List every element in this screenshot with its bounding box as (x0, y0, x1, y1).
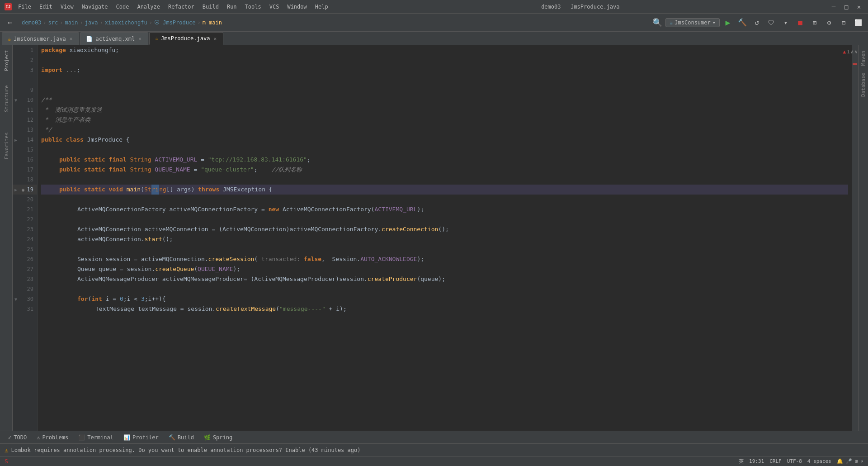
search-everywhere-button[interactable]: 🔍 (651, 16, 664, 29)
tab-bar: ☕ JmsConsumer.java ✕ 📄 activemq.xml ✕ ☕ … (0, 32, 868, 45)
tab-icon-activemq: 📄 (86, 36, 93, 42)
menu-help[interactable]: Help (311, 3, 332, 11)
menu-vcs[interactable]: VCS (266, 3, 283, 11)
problems-tab[interactable]: ⚠ Problems (32, 432, 73, 443)
menu-analyze[interactable]: Analyze (133, 3, 164, 11)
close-button[interactable]: ✕ (854, 2, 863, 11)
settings-button[interactable]: ⚙ (823, 16, 835, 29)
minimize-button[interactable]: ─ (829, 2, 838, 11)
error-count: ▲ (843, 49, 846, 55)
maven-panel-tab[interactable]: Maven (859, 47, 867, 69)
code-line-27: Queue queue = session.createQueue(QUEUE_… (41, 264, 848, 274)
code-editor[interactable]: package xiaoxichongfu; import ...; /** (38, 45, 852, 431)
breadcrumb-sep-1: › (43, 19, 46, 26)
time-display: 19:31 (749, 458, 764, 464)
code-line-16: public static final String ACTIVEMQ_URL … (41, 155, 848, 165)
todo-tab[interactable]: ✓ TODO (4, 432, 31, 443)
code-line-17: public static final String QUEUE_NAME = … (41, 165, 848, 175)
warning-icon: ⚠ (5, 447, 8, 454)
code-line-10: /** (41, 95, 848, 105)
tab-jmsconsumer[interactable]: ☕ JmsConsumer.java ✕ (2, 32, 79, 45)
menu-code[interactable]: Code (113, 3, 133, 11)
code-line-3: import ...; (41, 65, 848, 75)
language-icon[interactable]: 英 (739, 458, 744, 465)
tab-jmsproduce[interactable]: ☕ JmsProduce.java ✕ (149, 32, 223, 45)
code-line-13: */ (41, 125, 848, 135)
gutter-line-13: 13 (13, 125, 37, 135)
breadcrumb-project[interactable]: demo03 (22, 19, 41, 26)
code-line-23: ActiveMQConnection activeMQConnection = … (41, 224, 848, 234)
encoding-display[interactable]: UTF-8 (787, 458, 802, 464)
coverage-button[interactable]: 🛡 (765, 16, 778, 29)
tab-label-activemq: activemq.xml (95, 36, 135, 42)
code-container[interactable]: 1 2 3 9 ▼10 11 12 13 ▶14 15 16 17 18 ▶◉1… (13, 45, 858, 431)
maximize-button[interactable]: □ (842, 2, 851, 11)
menu-refactor[interactable]: Refactor (165, 3, 198, 11)
breadcrumb-package[interactable]: xiaoxichongfu (105, 19, 147, 26)
bell-icon[interactable]: 🔔 (837, 458, 843, 464)
error-nav-down[interactable]: ∨ (854, 49, 858, 55)
breadcrumb-sep-5: › (149, 19, 152, 26)
breadcrumb-class[interactable]: ⦿ JmsProduce (154, 19, 195, 26)
profiler-tab[interactable]: 📊 Profiler (119, 432, 163, 443)
run-config-selector[interactable]: ☕ JmsConsumer ▾ (665, 18, 720, 27)
microphone-icon[interactable]: 🎤 (846, 458, 852, 464)
code-line-21: ActiveMQConnectionFactory activeMQConnec… (41, 204, 848, 214)
build-tab[interactable]: 🔨 Build (164, 432, 198, 443)
tab-close-jmsconsumer[interactable]: ✕ (69, 35, 74, 42)
back-button[interactable]: ← (4, 16, 16, 29)
tab-close-activemq[interactable]: ✕ (137, 35, 142, 42)
tab-close-jmsproduce[interactable]: ✕ (212, 35, 217, 42)
layout-button[interactable]: ⊞ (808, 16, 821, 29)
terminal-tab[interactable]: ⬛ Terminal (74, 432, 118, 443)
code-line-29 (41, 284, 848, 294)
menu-run[interactable]: Run (223, 3, 241, 11)
build-button[interactable]: 🔨 (736, 16, 749, 29)
title-controls: ─ □ ✕ (829, 2, 863, 11)
gutter-line-21: 21 (13, 204, 37, 214)
split-button[interactable]: ⊟ (837, 16, 850, 29)
layout-icon[interactable]: ⊞ (855, 458, 858, 464)
stop-button[interactable]: ■ (794, 16, 807, 29)
tab-icon-jmsconsumer: ☕ (8, 36, 11, 42)
breadcrumb-src[interactable]: src (48, 19, 58, 26)
code-line-24: activeMQConnection.start(); (41, 234, 848, 244)
editor-area[interactable]: 1 2 3 9 ▼10 11 12 13 ▶14 15 16 17 18 ▶◉1… (13, 45, 858, 431)
line-number-gutter: 1 2 3 9 ▼10 11 12 13 ▶14 15 16 17 18 ▶◉1… (13, 45, 38, 431)
gutter-line-25: 25 (13, 244, 37, 254)
code-line-15 (41, 145, 848, 155)
indent-display[interactable]: 4 spaces (807, 458, 831, 464)
structure-panel-icon[interactable]: Structure (2, 85, 10, 112)
database-panel-tab[interactable]: Database (859, 69, 867, 100)
power-icon[interactable]: ⚡ (860, 458, 863, 464)
code-line-31: TextMessage textMessage = session.create… (41, 304, 848, 314)
favorites-panel-icon[interactable]: Favorites (2, 132, 10, 159)
menu-view[interactable]: View (57, 3, 77, 11)
menu-file[interactable]: File (14, 3, 35, 11)
run-config-arrow: ▾ (712, 19, 716, 26)
gutter-line-17: 17 (13, 165, 37, 175)
run-button[interactable]: ▶ (722, 16, 734, 29)
menu-edit[interactable]: Edit (36, 3, 56, 11)
error-nav-up[interactable]: ∧ (851, 49, 854, 55)
menu-window[interactable]: Window (283, 3, 310, 11)
code-line-20 (41, 195, 848, 204)
project-panel-icon[interactable]: Project (2, 47, 10, 74)
line-ending-display[interactable]: CRLF (769, 458, 782, 464)
gutter-line-3: 3 (13, 65, 37, 75)
reload-button[interactable]: ↺ (750, 16, 763, 29)
tab-activemq[interactable]: 📄 activemq.xml ✕ (80, 32, 148, 45)
menu-build[interactable]: Build (199, 3, 222, 11)
gutter-line-23: 23 (13, 224, 37, 234)
error-count-num: 1 (847, 49, 850, 55)
code-line-2 (41, 55, 848, 65)
breadcrumb-java[interactable]: java (85, 19, 98, 26)
maximize-editor-button[interactable]: ⬜ (852, 16, 864, 29)
more-run-button[interactable]: ▾ (779, 16, 792, 29)
menu-tools[interactable]: Tools (241, 3, 265, 11)
breadcrumb-main[interactable]: main (65, 19, 78, 26)
menu-navigate[interactable]: Navigate (78, 3, 112, 11)
spring-tab[interactable]: 🌿 Spring (199, 432, 237, 443)
tab-label-jmsconsumer: JmsConsumer.java (14, 36, 66, 42)
code-line-28: ActiveMQMessageProducer activeMQMessageP… (41, 274, 848, 284)
